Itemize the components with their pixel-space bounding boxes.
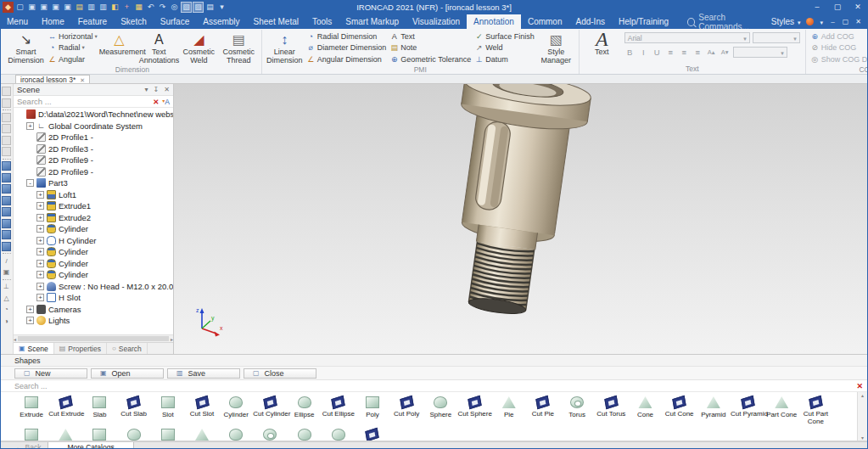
tree-item-2d-profile9[interactable]: 2D Profile9 - bbox=[14, 166, 173, 178]
format-bold-button[interactable]: B bbox=[624, 47, 636, 58]
view-toolbar-icon-5[interactable] bbox=[2, 124, 11, 133]
menu-tab-feature[interactable]: Feature bbox=[71, 14, 114, 29]
view-toolbar-icon-9[interactable] bbox=[2, 161, 11, 171]
shape-item-poly[interactable]: Poly bbox=[356, 395, 389, 425]
document-tab[interactable]: ironcad lesson 3* bbox=[15, 75, 90, 83]
panel-tab-properties[interactable]: ▤Properties bbox=[54, 343, 107, 354]
tree-item-2d-profile1[interactable]: 2D Profile1 - bbox=[14, 132, 173, 143]
angular-dimension-button[interactable]: ∠Angular Dimension bbox=[306, 53, 387, 65]
shape-item-cut-slot[interactable]: Cut Slot bbox=[185, 395, 219, 425]
shape-item-pie[interactable]: Pie bbox=[492, 395, 526, 425]
panel-tab-search[interactable]: ○Search bbox=[107, 343, 148, 354]
app-logo-icon[interactable]: ◆ bbox=[3, 2, 14, 13]
shape-item-cut-ellipse[interactable]: Cut Ellipse bbox=[322, 395, 356, 425]
menu-tab-sheet-metal[interactable]: Sheet Metal bbox=[247, 14, 305, 29]
shape-item-cut-pie[interactable]: Cut Pie bbox=[526, 395, 560, 425]
scene-search-field[interactable]: Search ... ✕ A bbox=[14, 96, 173, 108]
shape-item-cut-part-cone[interactable]: Cut Part Cone bbox=[798, 395, 832, 425]
catalog-close-button[interactable]: ▢Close bbox=[244, 368, 316, 379]
shape-item-r2-3[interactable] bbox=[82, 427, 116, 441]
tree-item-cylinder[interactable]: +Cylinder bbox=[14, 258, 173, 270]
view-toolbar-icon-21[interactable]: ⊥ bbox=[2, 282, 11, 291]
view-toolbar-icon-18[interactable]: / bbox=[2, 256, 11, 266]
view-toolbar-icon-4[interactable] bbox=[2, 113, 11, 122]
menu-tab-common[interactable]: Common bbox=[521, 14, 569, 29]
scroll-down-icon[interactable] bbox=[861, 435, 864, 441]
3d-viewport[interactable]: z y x bbox=[174, 84, 868, 354]
view-toolbar-icon-24[interactable]: ◑ bbox=[2, 317, 11, 326]
more-catalogs-tab[interactable]: More Catalogs bbox=[48, 442, 133, 449]
open-part-icon[interactable]: ▣ bbox=[38, 2, 49, 13]
shape-item-cone[interactable]: Cone bbox=[628, 395, 662, 425]
shape-item-r2-8[interactable] bbox=[253, 427, 287, 441]
ribbon-text-annotations-button[interactable]: AText Annotations bbox=[139, 30, 179, 65]
expand-icon[interactable]: + bbox=[26, 122, 34, 130]
tree-item-d-data-2021-word-technet[interactable]: D:\data\2021\Word\Technet\new website\tr… bbox=[14, 109, 173, 121]
tree-item-extrude1[interactable]: +Extrude1 bbox=[14, 200, 173, 212]
menu-tab-sketch[interactable]: Sketch bbox=[114, 14, 154, 29]
shape-item-r2-11[interactable] bbox=[356, 427, 389, 441]
grow-font-icon[interactable]: A▴ bbox=[706, 47, 717, 58]
ribbon-cosmetic-weld-button[interactable]: ◢Cosmetic Weld bbox=[179, 30, 219, 65]
shape-item-cylinder[interactable]: Cylinder bbox=[219, 395, 253, 425]
open-assembly-icon[interactable]: ▣ bbox=[50, 2, 61, 13]
undo-icon[interactable]: ↶ bbox=[145, 2, 156, 13]
tree-item-2d-profile9[interactable]: 2D Profile9 - bbox=[14, 154, 173, 166]
expand-icon[interactable]: + bbox=[26, 317, 34, 324]
shape-item-cut-cylinder[interactable]: Cut Cylinder bbox=[253, 395, 287, 425]
list-view-icon[interactable]: ▤ bbox=[204, 2, 216, 13]
shape-item-r2-2[interactable] bbox=[48, 427, 82, 441]
horizontal-button[interactable]: ↔Horizontal▾ bbox=[48, 31, 98, 42]
scroll-left-icon[interactable] bbox=[14, 336, 16, 342]
shape-item-extrude[interactable]: Extrude bbox=[14, 395, 48, 425]
new-scene-icon[interactable]: ▢ bbox=[14, 2, 25, 13]
shape-item-cut-extrude[interactable]: Cut Extrude bbox=[48, 395, 82, 425]
shape-item-r2-10[interactable] bbox=[322, 427, 356, 441]
radial-button[interactable]: ◔Radial▾ bbox=[48, 42, 98, 54]
ribbon-style-manager-button[interactable]: ▧Style Manager bbox=[536, 30, 576, 65]
weld-button[interactable]: ↗Weld bbox=[474, 42, 535, 54]
format-italic-button[interactable]: I bbox=[638, 47, 649, 58]
view-toolbar-icon-11[interactable] bbox=[2, 184, 11, 194]
shape-item-cut-torus[interactable]: Cut Torus bbox=[594, 395, 628, 425]
shrink-font-icon[interactable]: A▾ bbox=[720, 47, 731, 58]
doc-minimize-icon[interactable] bbox=[826, 14, 839, 29]
open-drawing-icon[interactable]: ▣ bbox=[62, 2, 73, 13]
panel-tab-scene[interactable]: ▣Scene bbox=[14, 343, 54, 354]
align-right-icon[interactable] bbox=[692, 47, 703, 58]
panel-menu-caret-icon[interactable] bbox=[145, 86, 148, 93]
note-button[interactable]: ▤Note bbox=[389, 42, 471, 54]
redo-icon[interactable]: ↷ bbox=[157, 2, 168, 13]
print-icon[interactable]: ▦ bbox=[133, 2, 144, 13]
add-annotation-icon[interactable]: + bbox=[121, 2, 132, 13]
view-toolbar-icon-13[interactable] bbox=[2, 207, 11, 216]
catalog-save-button[interactable]: ▥Save bbox=[167, 368, 240, 379]
geometric-tolerance-button[interactable]: ⊕Geometric Tolerance bbox=[389, 53, 471, 65]
styles-button[interactable]: Styles bbox=[771, 17, 794, 26]
tree-item-cylinder[interactable]: +Cylinder bbox=[14, 223, 173, 235]
tree-item-screw-no-head-m12-0-x-20[interactable]: +Screw : No Head - M12.0 x 20.0 bbox=[14, 281, 173, 293]
tree-item-global-coordinate-system[interactable]: +Global Coordinate System bbox=[14, 121, 173, 132]
view-toolbar-icon-16[interactable] bbox=[2, 242, 11, 251]
expand-icon[interactable]: + bbox=[36, 260, 44, 267]
view-toolbar-icon-23[interactable]: ◔ bbox=[2, 305, 11, 314]
shape-item-pyramid[interactable]: Pyramid bbox=[697, 395, 731, 425]
ribbon-options-caret-icon[interactable] bbox=[816, 17, 826, 26]
scrollbar-thumb[interactable] bbox=[18, 336, 169, 341]
view-toolbar-icon-19[interactable]: ▣ bbox=[2, 267, 11, 277]
ribbon-linear-dimension-button[interactable]: ↕Linear Dimension bbox=[265, 30, 305, 65]
view-toolbar-icon-2[interactable] bbox=[2, 98, 11, 108]
ribbon-smart-dimension-button[interactable]: ↘Smart Dimension bbox=[6, 30, 46, 65]
shape-item-r2-9[interactable] bbox=[288, 427, 322, 441]
panel-close-icon[interactable] bbox=[164, 86, 170, 93]
collapse-icon[interactable]: - bbox=[26, 179, 34, 187]
scene-horizontal-scrollbar[interactable] bbox=[14, 334, 173, 342]
menu-tab-help-training[interactable]: Help/Training bbox=[612, 14, 675, 29]
menu-tab-annotation[interactable]: Annotation bbox=[467, 14, 521, 29]
shape-item-part-cone[interactable]: Part Cone bbox=[764, 395, 798, 425]
shape-item-cut-poly[interactable]: Cut Poly bbox=[389, 395, 423, 425]
expand-icon[interactable]: + bbox=[36, 191, 44, 199]
shape-item-torus[interactable]: Torus bbox=[560, 395, 594, 425]
shapes-vertical-scrollbar[interactable] bbox=[857, 392, 867, 441]
shape-item-r2-6[interactable] bbox=[185, 427, 219, 441]
